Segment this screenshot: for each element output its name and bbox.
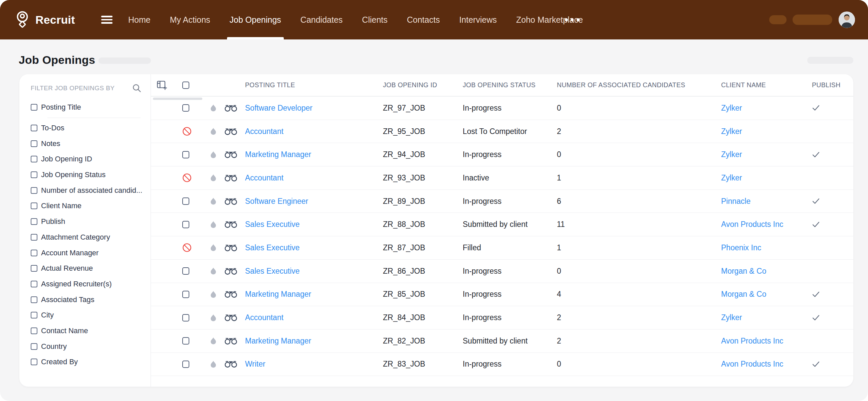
col-header-job-opening-status[interactable]: JOB OPENING STATUS [463, 81, 557, 89]
filter-checkbox[interactable] [31, 202, 37, 209]
filter-checkbox[interactable] [31, 327, 37, 334]
hamburger-menu-icon[interactable] [101, 16, 113, 24]
filter-item-publish[interactable]: Publish [31, 214, 151, 230]
nav-item-home[interactable]: Home [127, 0, 152, 39]
filter-item-attachment-category[interactable]: Attachment Category [31, 230, 151, 245]
filter-checkbox[interactable] [31, 265, 37, 272]
add-column-icon[interactable] [157, 81, 167, 90]
find-candidates-binoculars-icon[interactable] [225, 267, 245, 275]
client-name-link[interactable]: Phoenix Inc [721, 243, 812, 252]
posting-title-link[interactable]: Sales Executive [245, 220, 383, 229]
filter-item-created-by[interactable]: Created By [31, 354, 151, 370]
find-candidates-binoculars-icon[interactable] [225, 314, 245, 321]
nav-item-interviews[interactable]: Interviews [458, 0, 498, 39]
nav-item-contacts[interactable]: Contacts [406, 0, 441, 39]
filter-item-assigned-recruiter-s[interactable]: Assigned Recruiter(s) [31, 276, 151, 292]
nav-item-candidates[interactable]: Candidates [299, 0, 344, 39]
filter-checkbox[interactable] [31, 140, 37, 147]
nav-overflow-icon[interactable] [565, 18, 580, 21]
filter-item-country[interactable]: Country [31, 339, 151, 354]
horizontal-scrollbar-thumb[interactable] [153, 97, 202, 100]
col-header-posting-title[interactable]: POSTING TITLE [245, 81, 383, 89]
find-candidates-binoculars-icon[interactable] [225, 244, 245, 252]
filter-item-notes[interactable]: Notes [31, 136, 151, 151]
find-candidates-binoculars-icon[interactable] [225, 104, 245, 112]
row-checkbox[interactable] [182, 104, 189, 112]
col-header-job-opening-id[interactable]: JOB OPENING ID [383, 81, 463, 89]
row-checkbox[interactable] [182, 361, 189, 368]
client-name-link[interactable]: Zylker [721, 150, 812, 159]
find-candidates-binoculars-icon[interactable] [225, 174, 245, 182]
posting-title-link[interactable]: Marketing Manager [245, 290, 383, 299]
client-name-link[interactable]: Avon Products Inc [721, 337, 812, 346]
posting-title-link[interactable]: Writer [245, 360, 383, 369]
filter-item-to-dos[interactable]: To-Dos [31, 120, 151, 136]
search-icon[interactable] [132, 84, 142, 93]
client-name-link[interactable]: Zylker [721, 104, 812, 113]
filter-checkbox[interactable] [31, 171, 37, 178]
posting-title-link[interactable]: Accountant [245, 313, 383, 322]
filter-item-contact-name[interactable]: Contact Name [31, 323, 151, 339]
client-name-link[interactable]: Pinnacle [721, 197, 812, 206]
filter-item-number-of-associated-candid[interactable]: Number of associated candid... [31, 182, 151, 198]
posting-title-link[interactable]: Accountant [245, 127, 383, 136]
posting-title-link[interactable]: Sales Executive [245, 267, 383, 276]
filter-checkbox[interactable] [31, 250, 37, 256]
row-checkbox[interactable] [182, 314, 189, 321]
filter-checkbox[interactable] [31, 187, 37, 194]
client-name-link[interactable]: Morgan & Co [721, 267, 812, 276]
filter-checkbox[interactable] [31, 156, 37, 163]
find-candidates-binoculars-icon[interactable] [225, 198, 245, 205]
filter-checkbox[interactable] [31, 218, 37, 225]
nav-item-clients[interactable]: Clients [361, 0, 389, 39]
filter-item-posting-title[interactable]: Posting Title [31, 99, 151, 115]
user-avatar[interactable] [839, 12, 855, 28]
col-header-publish[interactable]: PUBLISH [812, 81, 853, 89]
filter-item-account-manager[interactable]: Account Manager [31, 245, 151, 261]
row-checkbox[interactable] [182, 221, 189, 228]
brand-logo[interactable]: Recruit [15, 0, 75, 39]
row-checkbox[interactable] [182, 267, 189, 275]
row-checkbox[interactable] [182, 291, 189, 298]
filter-checkbox[interactable] [31, 296, 37, 303]
filter-item-client-name[interactable]: Client Name [31, 198, 151, 214]
posting-title-link[interactable]: Marketing Manager [245, 150, 383, 159]
client-name-link[interactable]: Avon Products Inc [721, 220, 812, 229]
posting-title-link[interactable]: Sales Executive [245, 243, 383, 252]
col-header-client-name[interactable]: CLIENT NAME [721, 81, 812, 89]
nav-item-my-actions[interactable]: My Actions [168, 0, 212, 39]
client-name-link[interactable]: Zylker [721, 173, 812, 182]
filter-checkbox[interactable] [31, 125, 37, 131]
filter-checkbox[interactable] [31, 312, 37, 318]
filter-item-associated-tags[interactable]: Associated Tags [31, 292, 151, 308]
col-header-candidates[interactable]: NUMBER OF ASSOCIATED CANDIDATES [557, 81, 721, 89]
find-candidates-binoculars-icon[interactable] [225, 221, 245, 228]
select-all-checkbox[interactable] [182, 82, 189, 89]
filter-item-city[interactable]: City [31, 308, 151, 323]
client-name-link[interactable]: Morgan & Co [721, 290, 812, 299]
filter-item-job-opening-id[interactable]: Job Opening ID [31, 151, 151, 167]
row-checkbox[interactable] [182, 337, 189, 345]
filter-checkbox[interactable] [31, 234, 37, 240]
posting-title-link[interactable]: Software Developer [245, 104, 383, 113]
nav-item-job-openings[interactable]: Job Openings [228, 0, 282, 39]
filter-checkbox[interactable] [31, 104, 37, 111]
row-checkbox[interactable] [182, 151, 189, 159]
row-checkbox[interactable] [182, 198, 189, 205]
find-candidates-binoculars-icon[interactable] [225, 151, 245, 159]
client-name-link[interactable]: Zylker [721, 313, 812, 322]
client-name-link[interactable]: Avon Products Inc [721, 360, 812, 369]
client-name-link[interactable]: Zylker [721, 127, 812, 136]
filter-checkbox[interactable] [31, 281, 37, 287]
find-candidates-binoculars-icon[interactable] [225, 290, 245, 298]
filter-item-job-opening-status[interactable]: Job Opening Status [31, 167, 151, 183]
find-candidates-binoculars-icon[interactable] [225, 337, 245, 345]
filter-checkbox[interactable] [31, 359, 37, 365]
posting-title-link[interactable]: Accountant [245, 173, 383, 182]
posting-title-link[interactable]: Software Engineer [245, 197, 383, 206]
filter-checkbox[interactable] [31, 343, 37, 350]
filter-item-actual-revenue[interactable]: Actual Revenue [31, 261, 151, 276]
posting-title-link[interactable]: Marketing Manager [245, 337, 383, 346]
find-candidates-binoculars-icon[interactable] [225, 360, 245, 368]
find-candidates-binoculars-icon[interactable] [225, 127, 245, 135]
